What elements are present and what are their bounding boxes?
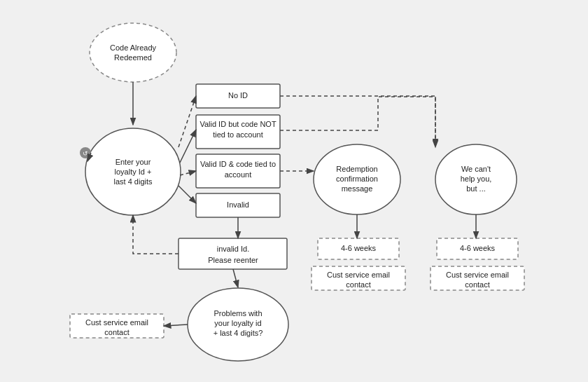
enter-loyalty-label3: last 4 digits bbox=[113, 177, 153, 186]
redemption-confirm-label2: confirmation bbox=[336, 175, 378, 183]
invalid-reenter-node bbox=[178, 238, 287, 269]
arrow-problems-to-cust3 bbox=[164, 325, 188, 326]
we-cant-help-label3: but ... bbox=[466, 184, 486, 193]
recycle-symbol: ↺ bbox=[83, 150, 88, 157]
cust-service-3-label2: contact bbox=[104, 328, 129, 336]
redemption-confirm-label3: message bbox=[342, 184, 373, 193]
cust-service-2-label1: Cust service email bbox=[446, 271, 509, 279]
valid-id-not-tied-label1: Valid ID but code NOT bbox=[200, 120, 276, 128]
enter-loyalty-label2: loyalty Id + bbox=[115, 168, 152, 176]
no-id-label: No ID bbox=[228, 91, 248, 100]
valid-id-not-tied-label2: tied to account bbox=[213, 130, 263, 139]
valid-id-tied-label2: account bbox=[225, 170, 252, 179]
problems-label2: your loyalty id bbox=[214, 319, 261, 327]
arrow-no-id-to-cant-help bbox=[280, 96, 435, 147]
cust-service-2-label2: contact bbox=[465, 280, 489, 289]
invalid-reenter-label1: invalid Id. bbox=[217, 245, 249, 253]
arrow-enter-to-invalid bbox=[178, 186, 196, 203]
4-6-weeks-2-label: 4-6 weeks bbox=[460, 244, 496, 252]
arrow-enter-to-valid-tied bbox=[180, 171, 196, 175]
cust-service-3-label1: Cust service email bbox=[85, 318, 148, 327]
redemption-confirm-label1: Redemption bbox=[336, 165, 377, 173]
invalid-label: Invalid bbox=[227, 200, 249, 209]
4-6-weeks-1-label: 4-6 weeks bbox=[341, 244, 377, 252]
arrow-enter-to-no-id bbox=[178, 96, 196, 147]
flowchart-diagram: Code Already Redeemed Enter your loyalty… bbox=[0, 0, 588, 382]
arrow-reenter-to-enter bbox=[133, 215, 178, 254]
code-already-redeemed-label: Code Already bbox=[110, 43, 157, 52]
invalid-reenter-label2: Please reenter bbox=[208, 256, 258, 264]
code-already-redeemed-label2: Redeemed bbox=[114, 53, 152, 62]
we-cant-help-label1: We can't bbox=[461, 165, 491, 173]
enter-loyalty-label1: Enter your bbox=[115, 158, 151, 166]
problems-label3: + last 4 digits? bbox=[214, 329, 263, 337]
arrow-not-tied-to-cant-help bbox=[280, 97, 435, 146]
cust-service-1-label2: contact bbox=[346, 280, 370, 289]
arrow-reenter-to-problems bbox=[233, 269, 238, 287]
we-cant-help-label2: help you, bbox=[461, 175, 492, 183]
cust-service-1-label1: Cust service email bbox=[327, 271, 390, 279]
problems-label1: Problems with bbox=[214, 309, 262, 318]
valid-id-tied-label1: Valid ID & code tied to bbox=[200, 160, 276, 168]
